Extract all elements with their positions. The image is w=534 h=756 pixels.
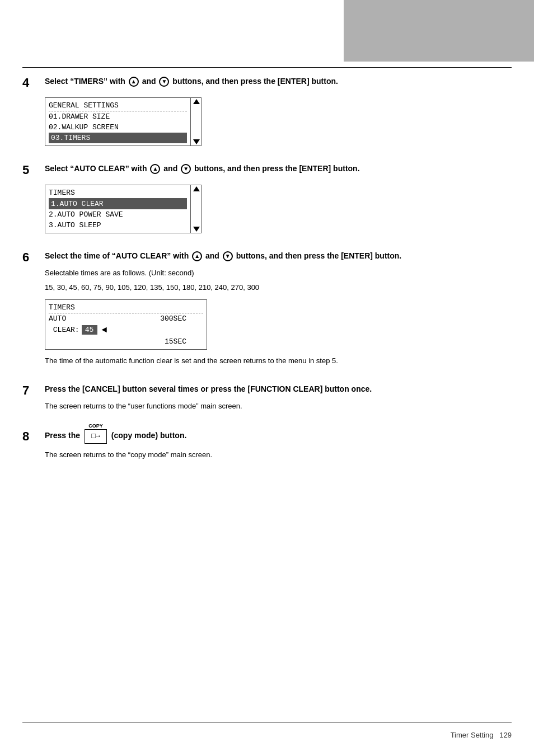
- step-6-body2: 15, 30, 45, 60, 75, 90, 105, 120, 135, 1…: [45, 282, 512, 294]
- copy-symbol: □→: [91, 432, 100, 440]
- lcd6-auto-row: AUTO 300SEC: [49, 313, 203, 324]
- top-gray-box: [344, 0, 534, 62]
- step-4: 4 Select “TIMERS” with ▲ and ▼ buttons, …: [22, 76, 512, 146]
- lcd6-value-45: 45: [82, 325, 97, 335]
- step-6-title: Select the time of “AUTO CLEAR” with ▲ a…: [45, 250, 512, 262]
- step-5: 5 Select “AUTO CLEAR” with ▲ and ▼ butto…: [22, 163, 512, 233]
- lcd-screen-4: GENERAL SETTINGS 01.DRAWER SIZE 02.WALKU…: [45, 97, 202, 146]
- lcd-row-autosleep: 3.AUTO SLEEP: [49, 220, 187, 231]
- step-7-body: The screen returns to the “user function…: [45, 401, 512, 412]
- scroll-down-icon: [193, 139, 200, 144]
- footer-label: Timer Setting: [451, 731, 494, 739]
- down-arrow-icon-5: ▼: [181, 164, 191, 174]
- lcd-row-autoclear: 1.AUTO CLEAR: [49, 198, 187, 209]
- lcd6-15sec-row: 15SEC: [49, 336, 203, 347]
- step-4-number: 4: [22, 76, 39, 90]
- down-arrow-icon: ▼: [159, 77, 169, 87]
- footer-page-number: 129: [499, 731, 512, 739]
- scroll-arrows-5: [190, 185, 202, 233]
- up-arrow-icon-6: ▲: [192, 251, 202, 261]
- step-8-number: 8: [22, 429, 39, 444]
- step-6-note: The time of the automatic function clear…: [45, 355, 512, 367]
- lcd6-auto-label: AUTO: [49, 314, 66, 323]
- lcd6-clear-label: CLEAR:: [49, 326, 79, 334]
- lcd-row-general: GENERAL SETTINGS: [49, 100, 187, 111]
- up-arrow-icon: ▲: [129, 77, 139, 87]
- step-8-body: The screen returns to the “copy mode” ma…: [45, 449, 512, 461]
- scroll-up-icon-5: [193, 186, 200, 191]
- step-8-title: Press the COPY □→ (copy mode) button.: [45, 429, 512, 444]
- step-6: 6 Select the time of “AUTO CLEAR” with ▲…: [22, 250, 512, 367]
- lcd-row-autopowersave: 2.AUTO POWER SAVE: [49, 209, 187, 220]
- lcd-row-walkup: 02.WALKUP SCREEN: [49, 122, 187, 133]
- up-arrow-icon-5: ▲: [150, 164, 160, 174]
- scroll-arrows-4: [190, 98, 202, 145]
- lcd6-clear-row: CLEAR: 45 ◄: [49, 324, 203, 336]
- step-7-title: Press the [CANCEL] button several times …: [45, 383, 512, 395]
- footer: Timer Setting 129: [22, 731, 512, 739]
- top-rule: [22, 67, 512, 68]
- step-6-number: 6: [22, 250, 39, 265]
- step-5-number: 5: [22, 163, 39, 177]
- step-8-content: Press the COPY □→ (copy mode) button. Th…: [45, 429, 512, 461]
- lcd-screen-5: TIMERS 1.AUTO CLEAR 2.AUTO POWER SAVE 3.…: [45, 185, 202, 233]
- step-7: 7 Press the [CANCEL] button several time…: [22, 383, 512, 412]
- lcd6-right-arrow: ◄: [102, 325, 107, 335]
- step-4-content: Select “TIMERS” with ▲ and ▼ buttons, an…: [45, 76, 512, 146]
- step-8: 8 Press the COPY □→ (copy mode) button. …: [22, 429, 512, 461]
- lcd6-timers: TIMERS: [49, 302, 203, 313]
- step-4-title: Select “TIMERS” with ▲ and ▼ buttons, an…: [45, 76, 512, 87]
- step-7-number: 7: [22, 383, 39, 398]
- step-5-content: Select “AUTO CLEAR” with ▲ and ▼ buttons…: [45, 163, 512, 233]
- bottom-rule: [22, 722, 512, 722]
- step-5-title: Select “AUTO CLEAR” with ▲ and ▼ buttons…: [45, 163, 512, 175]
- step-6-content: Select the time of “AUTO CLEAR” with ▲ a…: [45, 250, 512, 367]
- main-content: 4 Select “TIMERS” with ▲ and ▼ buttons, …: [22, 76, 512, 711]
- scroll-down-icon-5: [193, 227, 200, 232]
- lcd6-15sec: 15SEC: [165, 337, 186, 346]
- lcd-row-timers-5: TIMERS: [49, 187, 187, 198]
- footer-spacer: [493, 731, 499, 739]
- lcd-row-timers: 03.TIMERS: [49, 133, 187, 143]
- copy-mode-button-icon: □→: [85, 429, 107, 444]
- lcd6-300sec: 300SEC: [160, 314, 186, 323]
- lcd-screen-6: TIMERS AUTO 300SEC CLEAR: 45 ◄ 15SEC: [45, 299, 207, 350]
- down-arrow-icon-6: ▼: [223, 251, 233, 261]
- lcd-row-drawer: 01.DRAWER SIZE: [49, 111, 187, 122]
- step-7-content: Press the [CANCEL] button several times …: [45, 383, 512, 412]
- step-6-body1: Selectable times are as follows. (Unit: …: [45, 267, 512, 279]
- scroll-up-icon: [193, 99, 200, 104]
